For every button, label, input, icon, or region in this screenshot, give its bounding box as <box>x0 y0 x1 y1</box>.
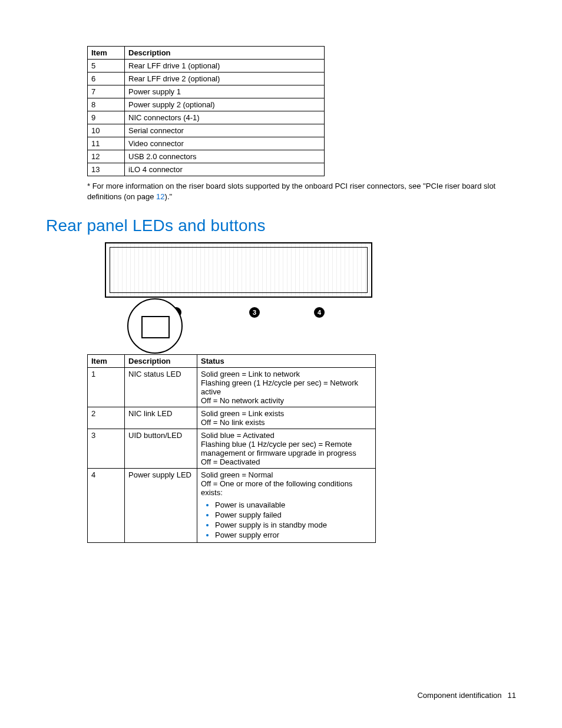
status-cell: Solid blue = ActivatedFlashing blue (1 H… <box>197 429 376 469</box>
status-cell: Solid green = NormalOff = One or more of… <box>197 469 376 543</box>
table-row: 9NIC connectors (4-1) <box>88 111 325 124</box>
col-description: Description <box>125 47 325 60</box>
list-item: Power supply failed <box>215 510 372 519</box>
section-heading: Rear panel LEDs and buttons <box>46 216 516 235</box>
rear-panel-diagram <box>105 242 372 298</box>
table-row: 3 UID button/LED Solid blue = ActivatedF… <box>88 429 376 469</box>
table-row: 2 NIC link LED Solid green = Link exists… <box>88 407 376 429</box>
rear-panel-components-table: Item Description 5Rear LFF drive 1 (opti… <box>87 46 325 176</box>
list-item: Power supply is in standby mode <box>215 521 372 529</box>
table-row: 4 Power supply LED Solid green = NormalO… <box>88 469 376 543</box>
callout-3: 3 <box>249 307 260 318</box>
footer-page-number: 11 <box>508 691 516 700</box>
status-cell: Solid green = Link to networkFlashing gr… <box>197 368 376 407</box>
list-item: Power supply error <box>215 531 372 539</box>
table-row: 6Rear LFF drive 2 (optional) <box>88 73 325 85</box>
table-row: 13iLO 4 connector <box>88 163 325 176</box>
status-cell: Solid green = Link existsOff = No link e… <box>197 407 376 429</box>
table-row: 7Power supply 1 <box>88 85 325 98</box>
table-row: 8Power supply 2 (optional) <box>88 98 325 111</box>
table-row: 11Video connector <box>88 137 325 150</box>
footer-section: Component identification <box>417 691 501 700</box>
rear-panel-led-table: Item Description Status 1 NIC status LED… <box>87 354 376 543</box>
col-description: Description <box>125 355 197 368</box>
riser-footnote: * For more information on the riser boar… <box>87 181 516 202</box>
detail-magnifier-icon <box>127 298 183 354</box>
table-row: 10Serial connector <box>88 124 325 137</box>
page-footer: Component identification11 <box>417 691 516 700</box>
col-item: Item <box>88 355 125 368</box>
table-row: 12USB 2.0 connectors <box>88 150 325 163</box>
callout-4: 4 <box>314 307 325 318</box>
col-item: Item <box>88 47 125 60</box>
list-item: Power is unavailable <box>215 500 372 509</box>
power-supply-conditions: Power is unavailable Power supply failed… <box>201 500 372 539</box>
diagram-callouts: 1 2 3 4 <box>105 301 370 354</box>
table-row: 1 NIC status LED Solid green = Link to n… <box>88 368 376 407</box>
table-row: 5Rear LFF drive 1 (optional) <box>88 60 325 73</box>
page-link-12[interactable]: 12 <box>156 192 164 201</box>
col-status: Status <box>197 355 376 368</box>
